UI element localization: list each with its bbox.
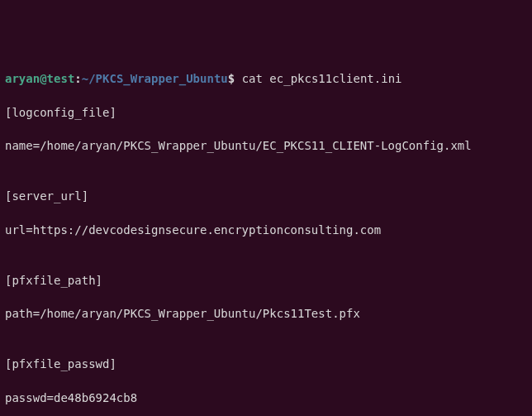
prompt-path: ~/PKCS_Wrapper_Ubuntu [82, 72, 228, 85]
prompt-at: @ [40, 72, 46, 85]
output-line: [logconfig_file] [5, 104, 527, 121]
prompt-dollar: $ [228, 72, 242, 85]
output-line: path=/home/aryan/PKCS_Wrapper_Ubuntu/Pkc… [5, 305, 527, 322]
prompt-line-1: aryan@test:~/PKCS_Wrapper_Ubuntu$ cat ec… [5, 70, 527, 87]
output-line: name=/home/aryan/PKCS_Wrapper_Ubuntu/EC_… [5, 137, 527, 154]
command-1: cat ec_pkcs11client.ini [242, 72, 402, 85]
prompt-colon: : [74, 72, 81, 85]
output-line: [pfxfile_path] [5, 272, 527, 289]
output-line: [server_url] [5, 188, 527, 204]
output-line: url=https://devcodesignsecure.encryption… [5, 222, 527, 238]
prompt-host: test [47, 72, 75, 85]
terminal[interactable]: aryan@test:~/PKCS_Wrapper_Ubuntu$ cat ec… [5, 70, 527, 416]
output-line: [pfxfile_passwd] [5, 356, 527, 372]
prompt-user: aryan [5, 72, 40, 85]
output-line: passwd=de48b6924cb8 [5, 390, 527, 406]
